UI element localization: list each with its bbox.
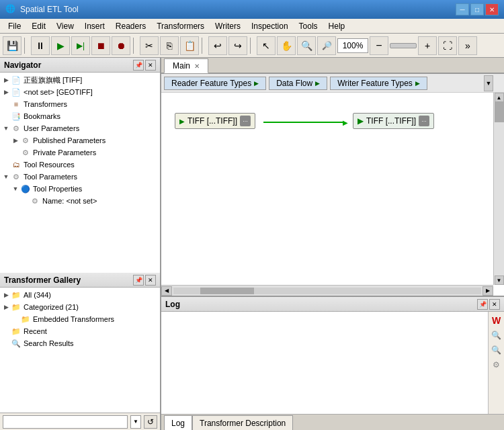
- menu-transformers[interactable]: Transformers: [151, 20, 210, 32]
- minimize-button[interactable]: ─: [456, 3, 469, 15]
- canvas-tab-writer[interactable]: Writer Feature Types ▶: [330, 77, 427, 90]
- tree-item-geotiff[interactable]: ▶ 📄 <not set> [GEOTIFF]: [1, 86, 159, 98]
- menu-file[interactable]: File: [3, 20, 26, 32]
- log-tab-transformer-desc[interactable]: Transformer Description: [192, 415, 293, 430]
- tab-main[interactable]: Main ✕: [164, 58, 208, 73]
- hscroll-left[interactable]: ◀: [161, 286, 172, 296]
- menu-tools[interactable]: Tools: [294, 20, 323, 32]
- canvas-tab-reader[interactable]: Reader Feature Types ▶: [164, 77, 266, 90]
- select-button[interactable]: ↖: [257, 36, 276, 55]
- log-btn-search1[interactable]: 🔍: [491, 329, 503, 341]
- redo-button[interactable]: ↪: [228, 36, 247, 55]
- menu-inspection[interactable]: Inspection: [246, 20, 294, 32]
- log-btn-gear[interactable]: ⚙: [491, 359, 503, 371]
- log-right-bar: W 🔍 🔍 ⚙: [488, 312, 504, 414]
- canvas-tab-dataflow[interactable]: Data Flow ▶: [269, 77, 327, 90]
- vscroll-down[interactable]: ▼: [495, 275, 504, 285]
- save-button[interactable]: 💾: [3, 36, 22, 55]
- hand-button[interactable]: ✋: [277, 36, 296, 55]
- hscroll-thumb[interactable]: [200, 288, 254, 294]
- maximize-button[interactable]: □: [470, 3, 484, 15]
- refresh-button[interactable]: ↺: [144, 415, 157, 429]
- icon-all: 📁: [11, 290, 22, 300]
- gallery-pin-button[interactable]: 📌: [133, 275, 144, 286]
- tree-item-private-params[interactable]: ⚙ Private Parameters: [1, 146, 159, 159]
- search-dropdown-button[interactable]: ▼: [130, 415, 141, 429]
- tab-main-close[interactable]: ✕: [194, 62, 200, 70]
- more-button[interactable]: »: [458, 36, 477, 55]
- fullscreen-button[interactable]: ⛶: [438, 36, 457, 55]
- canvas-main[interactable]: ▲ ▼ ▶ TIFF [...TIFF]] ···: [161, 93, 504, 285]
- label-embedded: Embedded Transformers: [33, 315, 114, 323]
- log-content: W 🔍 🔍 ⚙: [161, 312, 504, 414]
- navigator-close-button[interactable]: ✕: [145, 60, 156, 71]
- menu-edit[interactable]: Edit: [26, 20, 51, 32]
- log-btn-search2[interactable]: 🔍: [491, 344, 503, 356]
- close-button[interactable]: ✕: [485, 3, 499, 15]
- window-controls: ─ □ ✕: [456, 3, 499, 15]
- zoom-out-button[interactable]: 🔎: [317, 36, 336, 55]
- menu-writers[interactable]: Writers: [210, 20, 246, 32]
- stop-button[interactable]: ⏹: [91, 36, 110, 55]
- writer-more-button[interactable]: ···: [419, 116, 429, 126]
- tree-item-tool-resources[interactable]: 🗂 Tool Resources: [1, 159, 159, 171]
- zoom-minus-button[interactable]: −: [370, 36, 388, 55]
- copy-button[interactable]: ⎘: [160, 36, 179, 55]
- connection-line: ▶: [263, 122, 344, 123]
- gallery-item-categorized[interactable]: ▶ 📁 Categorized (21): [1, 301, 159, 313]
- vscroll-thumb[interactable]: [495, 102, 504, 122]
- hscroll-right[interactable]: ▶: [482, 286, 493, 296]
- reader-node[interactable]: ▶ TIFF [...TIFF]] ···: [175, 113, 255, 129]
- gallery-item-search-results[interactable]: 🔍 Search Results: [1, 337, 159, 349]
- log-close-button[interactable]: ✕: [489, 299, 500, 310]
- menu-view[interactable]: View: [51, 20, 79, 32]
- menu-help[interactable]: Help: [323, 20, 351, 32]
- vscroll-up[interactable]: ▲: [495, 93, 504, 102]
- log-pin-button[interactable]: 📌: [477, 299, 488, 310]
- run-button[interactable]: ▶: [51, 36, 70, 55]
- gallery-item-embedded[interactable]: 📁 Embedded Transformers: [1, 313, 159, 325]
- label-tool-parameters: Tool Parameters: [24, 173, 77, 181]
- search-input[interactable]: [3, 415, 128, 429]
- zoom-slider[interactable]: [390, 43, 417, 48]
- gallery-item-all[interactable]: ▶ 📁 All (344): [1, 289, 159, 301]
- log-tab-log[interactable]: Log: [164, 415, 192, 430]
- gallery-item-recent[interactable]: 📁 Recent: [1, 325, 159, 337]
- tree-item-published-params[interactable]: ▶ ⚙ Published Parameters: [1, 134, 159, 146]
- log-btn-w[interactable]: W: [491, 314, 503, 327]
- zoom-in-button[interactable]: 🔍: [297, 36, 316, 55]
- navigator-pin-button[interactable]: 📌: [133, 60, 144, 71]
- log-header-controls: 📌 ✕: [477, 299, 500, 310]
- canvas-vscrollbar: ▲ ▼: [493, 93, 504, 285]
- undo-button[interactable]: ↩: [208, 36, 227, 55]
- navigator-panel: Navigator 📌 ✕ ▶ 📄 正藍旗旗幟 [TIFF] ▶: [0, 58, 160, 273]
- reader-node-label: TIFF [...TIFF]]: [187, 116, 237, 126]
- cut-button[interactable]: ✂: [140, 36, 159, 55]
- tree-item-bookmarks[interactable]: 📑 Bookmarks: [1, 110, 159, 122]
- log-header: Log 📌 ✕: [161, 297, 504, 312]
- zoom-plus-button[interactable]: +: [418, 36, 437, 55]
- tree-item-transformers[interactable]: ≡ Transformers: [1, 98, 159, 110]
- canvas-tabs-scroll[interactable]: ▼: [484, 75, 493, 91]
- run-prompt-button[interactable]: ▶|: [71, 36, 90, 55]
- tree-item-tiff[interactable]: ▶ 📄 正藍旗旗幟 [TIFF]: [1, 74, 159, 86]
- toolbar-sep-3: [202, 38, 206, 54]
- paste-button[interactable]: 📋: [180, 36, 199, 55]
- canvas-area: Reader Feature Types ▶ Data Flow ▶ Write…: [161, 74, 504, 430]
- record-button[interactable]: ⏺: [112, 36, 130, 55]
- tree-item-tool-parameters[interactable]: ▼ ⚙ Tool Parameters: [1, 171, 159, 183]
- writer-node[interactable]: ▶ TIFF [...TIFF]] ···: [353, 113, 434, 129]
- gallery-close-button[interactable]: ✕: [145, 275, 156, 286]
- tree-item-user-params[interactable]: ▼ ⚙ User Parameters: [1, 122, 159, 134]
- toolbar-sep-2: [133, 38, 137, 54]
- label-tool-resources: Tool Resources: [24, 161, 75, 169]
- menu-readers[interactable]: Readers: [110, 20, 151, 32]
- tree-item-name-not-set[interactable]: ⚙ Name: <not set>: [1, 195, 159, 207]
- menu-insert[interactable]: Insert: [79, 20, 110, 32]
- pause-button[interactable]: ⏸: [31, 36, 50, 55]
- label-categorized: Categorized (21): [24, 303, 79, 311]
- navigator-label: Navigator: [4, 60, 41, 70]
- tree-item-tool-properties[interactable]: ▼ 🔵 Tool Properties: [1, 183, 159, 195]
- log-text-area: [161, 312, 488, 414]
- reader-more-button[interactable]: ···: [240, 116, 251, 126]
